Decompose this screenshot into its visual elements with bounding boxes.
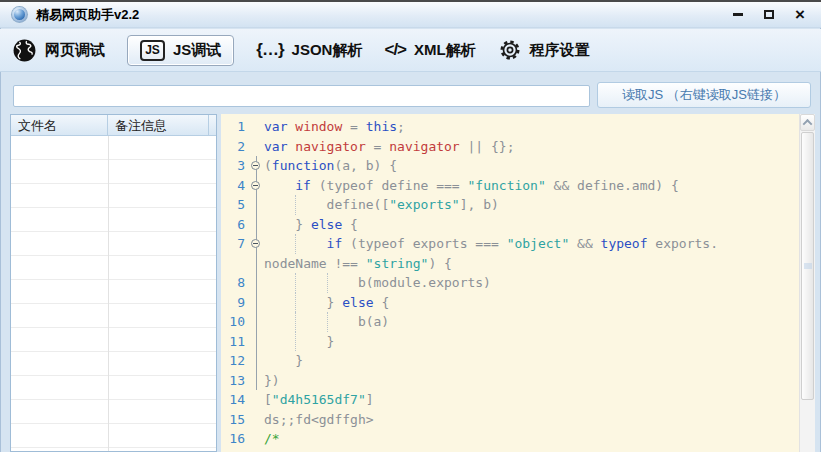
- minimize-icon[interactable]: [731, 8, 745, 22]
- line-number: 16: [221, 429, 249, 449]
- code-line: 12}: [221, 351, 799, 371]
- fold-gutter: [249, 137, 264, 157]
- code-line: 3(function(a, b) {: [221, 156, 799, 176]
- code-line: 15ds;;fd<gdffgh>: [221, 410, 799, 430]
- code-line: 2var navigator = navigator || {};: [221, 137, 799, 157]
- globe-icon: [12, 38, 37, 63]
- file-list-row: [11, 352, 216, 376]
- column-header-filename[interactable]: 文件名: [11, 115, 108, 135]
- fold-gutter: [249, 117, 264, 137]
- read-js-button[interactable]: 读取JS （右键读取JS链接）: [597, 82, 811, 108]
- line-number: 14: [221, 390, 249, 410]
- fold-collapse-icon[interactable]: [249, 234, 264, 254]
- code-line: 10b(a): [221, 312, 799, 332]
- close-icon[interactable]: ×: [793, 8, 807, 22]
- line-number: 11: [221, 332, 249, 352]
- line-number: 15: [221, 410, 249, 430]
- toolbar-item-settings[interactable]: 程序设置: [498, 38, 590, 62]
- fold-collapse-icon[interactable]: [249, 156, 264, 176]
- fold-gutter: [249, 312, 264, 332]
- file-list-row: [11, 160, 216, 184]
- line-number: 9: [221, 293, 249, 313]
- line-number: 3: [221, 156, 249, 176]
- file-list-row: [11, 232, 216, 256]
- toolbar: 网页调试JSJS调试{…}JSON解析</>XML解析程序设置: [0, 29, 821, 72]
- code-line: 1var window = this;: [221, 117, 799, 137]
- js-url-input[interactable]: [13, 85, 590, 107]
- file-list-row: [11, 424, 216, 448]
- file-list-row: [11, 136, 216, 160]
- window-title: 精易网页助手v2.2: [36, 6, 139, 24]
- line-number: 4: [221, 176, 249, 196]
- toolbar-item-js-debug[interactable]: JSJS调试: [127, 35, 234, 66]
- fold-gutter: [249, 449, 264, 452]
- file-list-row: [11, 184, 216, 208]
- line-number: 10: [221, 312, 249, 332]
- file-list-header: 文件名 备注信息: [11, 115, 216, 136]
- fold-gutter: [249, 390, 264, 410]
- code-line: 11}: [221, 332, 799, 352]
- line-number: [221, 254, 249, 274]
- line-number: 12: [221, 351, 249, 371]
- code-line: nodeName !== "string") {: [221, 254, 799, 274]
- file-list-scroll-strip: [209, 115, 216, 135]
- maximize-icon[interactable]: [762, 8, 776, 22]
- fold-gutter: [249, 371, 264, 391]
- line-number: 17: [221, 449, 249, 452]
- file-list-row: [11, 208, 216, 232]
- file-list-row: [11, 304, 216, 328]
- code-line: 9} else {: [221, 293, 799, 313]
- chevron-up-icon: [803, 119, 813, 129]
- code-editor[interactable]: 1var window = this;2var navigator = navi…: [221, 114, 799, 452]
- fold-gutter: [249, 351, 264, 371]
- code-line: 5define(["exports"], b): [221, 195, 799, 215]
- file-list-panel: 文件名 备注信息: [10, 114, 217, 452]
- line-number: 8: [221, 273, 249, 293]
- line-number: 6: [221, 215, 249, 235]
- title-bar: 精易网页助手v2.2 ×: [0, 2, 821, 28]
- file-list-row: [11, 400, 216, 424]
- file-list-row: [11, 256, 216, 280]
- braces-icon: {…}: [256, 40, 283, 60]
- file-list-row: [11, 280, 216, 304]
- app-icon: [12, 7, 27, 22]
- editor-vscrollbar[interactable]: [799, 114, 815, 452]
- line-number: 7: [221, 234, 249, 254]
- fold-gutter: [249, 254, 264, 274]
- code-line: 14["d4h5165df7"]: [221, 390, 799, 410]
- fold-gutter: [249, 293, 264, 313]
- fold-gutter: [249, 410, 264, 430]
- fold-gutter: [249, 273, 264, 293]
- code-icon: </>: [384, 40, 406, 60]
- code-line: 13}): [221, 371, 799, 391]
- code-line: 17 * These are the functions you'll usua…: [221, 449, 799, 452]
- code-line: 6} else {: [221, 215, 799, 235]
- fold-gutter: [249, 215, 264, 235]
- fold-gutter: [249, 332, 264, 352]
- window-controls: ×: [731, 8, 815, 22]
- line-number: 1: [221, 117, 249, 137]
- fold-gutter: [249, 195, 264, 215]
- column-header-remarks[interactable]: 备注信息: [108, 115, 209, 135]
- toolbar-item-json-parse[interactable]: {…}JSON解析: [256, 40, 362, 60]
- app-window: 精易网页助手v2.2 × 网页调试JSJS调试{…}JSON解析</>XML解析…: [0, 0, 821, 452]
- toolbar-item-xml-parse[interactable]: </>XML解析: [384, 40, 475, 60]
- toolbar-item-label: 网页调试: [45, 41, 105, 60]
- file-list-body[interactable]: [11, 136, 216, 451]
- code-line: 8b(module.exports): [221, 273, 799, 293]
- line-number: 2: [221, 137, 249, 157]
- fold-collapse-icon[interactable]: [249, 176, 264, 196]
- scrollbar-thumb[interactable]: [801, 132, 814, 400]
- toolbar-item-web-debug[interactable]: 网页调试: [12, 38, 105, 63]
- toolbar-item-label: XML解析: [414, 41, 476, 60]
- toolbar-item-label: JS调试: [173, 41, 221, 60]
- code-line: 7if (typeof exports === "object" && type…: [221, 234, 799, 254]
- file-list-row: [11, 328, 216, 352]
- scroll-up-button[interactable]: [800, 114, 815, 131]
- code-line: 16/*: [221, 429, 799, 449]
- js-icon: JS: [140, 40, 165, 61]
- gear-icon: [498, 38, 522, 62]
- code-line: 4if (typeof define === "function" && def…: [221, 176, 799, 196]
- scrollbar-grip-icon: [804, 263, 812, 270]
- line-number: 13: [221, 371, 249, 391]
